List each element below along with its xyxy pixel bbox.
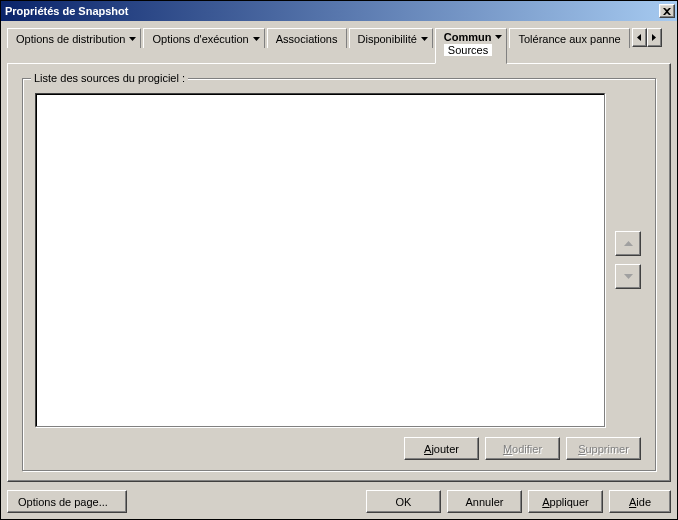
window-title: Propriétés de Snapshot [5,5,659,17]
window: Propriétés de Snapshot Options de distri… [0,0,678,520]
chevron-down-icon [421,37,428,41]
modify-button: Modifier [485,437,560,460]
dialog-button-bar: Options de page... OK Annuler Appliquer … [1,486,677,519]
triangle-down-icon [624,274,633,279]
tab-associations[interactable]: Associations [267,28,347,48]
sources-groupbox: Liste des sources du progiciel : Ajouter… [22,78,656,471]
page-options-button[interactable]: Options de page... [7,490,127,513]
close-icon [663,8,671,15]
cancel-button[interactable]: Annuler [447,490,522,513]
groupbox-legend: Liste des sources du progiciel : [31,72,188,84]
move-up-button[interactable] [615,231,641,256]
delete-button: Supprimer [566,437,641,460]
titlebar: Propriétés de Snapshot [1,1,677,21]
tab-sublabel: Sources [444,44,492,56]
tab-scroll-left[interactable] [632,28,647,47]
reorder-controls [615,93,643,427]
tab-label: Associations [276,33,338,45]
tab-execution[interactable]: Options d'exécution [143,28,264,48]
tabstrip: Options de distribution Options d'exécut… [1,21,677,63]
tab-label: Disponibilité [358,33,417,45]
triangle-up-icon [624,241,633,246]
button-label: Options de page... [18,496,108,508]
add-button[interactable]: Ajouter [404,437,479,460]
tab-availability[interactable]: Disponibilité [349,28,433,48]
tab-label: Tolérance aux panne [518,33,620,45]
sources-listbox[interactable] [35,93,605,427]
tab-panel: Liste des sources du progiciel : Ajouter… [7,63,671,482]
chevron-down-icon [253,37,260,41]
tab-label: Commun [444,31,492,43]
tab-label: Options d'exécution [152,33,248,45]
move-down-button[interactable] [615,264,641,289]
apply-button[interactable]: Appliquer [528,490,603,513]
button-label: OK [396,496,412,508]
close-button[interactable] [659,4,675,18]
triangle-right-icon [652,34,656,41]
triangle-left-icon [637,34,641,41]
ok-button[interactable]: OK [366,490,441,513]
chevron-down-icon [129,37,136,41]
tab-scroll-right[interactable] [647,28,662,47]
tab-fault[interactable]: Tolérance aux panne [509,28,629,48]
group-button-row: Ajouter Modifier Supprimer [35,437,641,460]
button-label: Annuler [466,496,504,508]
tab-distribution[interactable]: Options de distribution [7,28,141,48]
help-button[interactable]: Aide [609,490,671,513]
chevron-down-icon [495,35,502,39]
tab-common[interactable]: Commun Sources [435,28,508,64]
tab-label: Options de distribution [16,33,125,45]
